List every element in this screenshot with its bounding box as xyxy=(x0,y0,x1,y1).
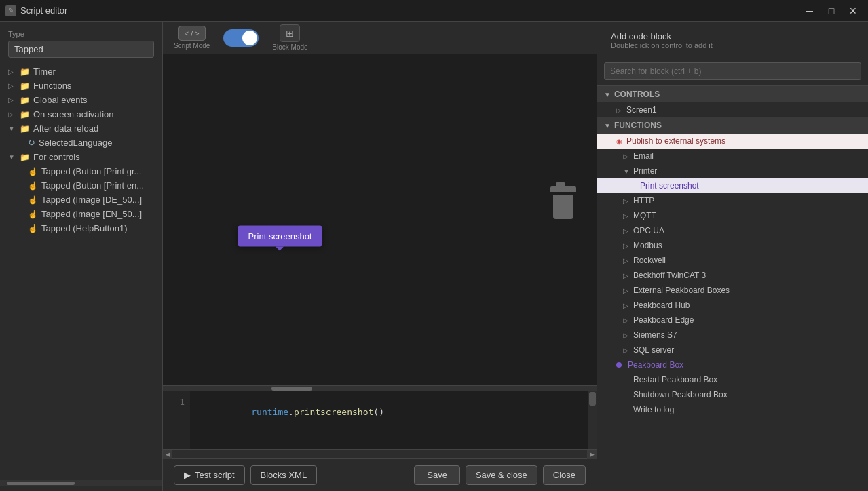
controls-section-header[interactable]: ▼ CONTROLS xyxy=(597,86,868,102)
functions-arrow-icon: ▼ xyxy=(604,122,611,130)
tree-label-global-events: Global events xyxy=(33,95,88,105)
functions-section-header[interactable]: ▼ FUNCTIONS xyxy=(597,117,868,134)
rt-label-opc-ua: OPC UA xyxy=(633,226,664,235)
edge-arrow-icon: ▷ xyxy=(623,317,630,324)
rt-item-modbus[interactable]: ▷ Modbus xyxy=(597,238,868,253)
type-section: Type xyxy=(0,27,162,64)
rt-label-modbus: Modbus xyxy=(633,241,662,250)
hub-arrow-icon: ▷ xyxy=(623,302,630,309)
save-close-button[interactable]: Save & close xyxy=(466,465,537,485)
rt-label-siemens-s7: Siemens S7 xyxy=(633,330,677,340)
main-container: Type ▷ 📁 Timer ▷ 📁 Functions ▷ 📁 Global … xyxy=(0,22,868,491)
rt-item-peakboard-box[interactable]: Peakboard Box xyxy=(597,357,868,372)
title-bar-left: ✎ Script editor xyxy=(5,5,67,16)
tree-item-timer[interactable]: ▷ 📁 Timer xyxy=(0,64,162,79)
tree-item-tapped-btn-print-gr[interactable]: ☝ Tapped (Button [Print gr... xyxy=(0,164,162,178)
rt-item-sql-server[interactable]: ▷ SQL server xyxy=(597,342,868,357)
type-label: Type xyxy=(8,30,154,38)
rt-item-http[interactable]: ▷ HTTP xyxy=(597,193,868,208)
tap-icon-tapped-img-de: ☝ xyxy=(28,195,38,205)
rt-item-external-peakboard-boxes[interactable]: ▷ External Peakboard Boxes xyxy=(597,283,868,298)
rt-label-peakboard-box: Peakboard Box xyxy=(628,360,683,370)
tree-item-after-data-reload[interactable]: ▼ 📁 After data reload xyxy=(0,121,162,136)
tree-item-tapped-img-de[interactable]: ☝ Tapped (Image [DE_50...] xyxy=(0,193,162,207)
script-mode-label: Script Mode xyxy=(174,42,210,50)
script-mode-button[interactable]: < / > Script Mode xyxy=(174,26,210,50)
rt-item-mqtt[interactable]: ▷ MQTT xyxy=(597,208,868,223)
rt-item-siemens-s7[interactable]: ▷ Siemens S7 xyxy=(597,328,868,342)
opc-ua-arrow-icon: ▷ xyxy=(623,227,630,235)
rt-item-restart-peakboard-box[interactable]: Restart Peakboard Box xyxy=(597,372,868,387)
rt-item-publish-external[interactable]: ◉ Publish to external systems xyxy=(597,134,868,149)
center-panel: < / > Script Mode ⊞ Block Mode Print scr… xyxy=(163,22,597,491)
tree-arrow-for-controls: ▼ xyxy=(8,153,16,161)
email-arrow-icon: ▷ xyxy=(623,153,630,160)
rt-label-print-screenshot: Print screenshot xyxy=(640,181,699,191)
add-code-block-title: Add code block xyxy=(611,31,854,41)
block-mode-button[interactable]: ⊞ Block Mode xyxy=(272,24,307,51)
tree-arrow-after-data: ▼ xyxy=(8,125,16,132)
rt-label-write-to-log: Write to log xyxy=(633,405,674,414)
tree-label-selected-language: SelectedLanguage xyxy=(39,138,112,148)
code-nav-left[interactable]: ◀ xyxy=(163,450,172,459)
rt-item-screen1[interactable]: ▷ Screen1 xyxy=(597,102,868,117)
rt-label-publish-external: Publish to external systems xyxy=(626,136,725,146)
left-scroll-thumb xyxy=(7,482,75,485)
rt-label-peakboard-hub: Peakboard Hub xyxy=(633,300,690,310)
rt-item-shutdown-peakboard-box[interactable]: Shutdown Peakboard Box xyxy=(597,387,868,402)
rt-item-print-screenshot[interactable]: Print screenshot xyxy=(597,178,868,193)
tree-item-global-events[interactable]: ▷ 📁 Global events xyxy=(0,93,162,107)
tree-item-tapped-btn-print-en[interactable]: ☝ Tapped (Button [Print en... xyxy=(0,178,162,193)
canvas-scrollbar-horizontal[interactable] xyxy=(163,385,597,391)
bottom-right: Save Save & close Close xyxy=(414,465,586,485)
rt-item-write-to-log[interactable]: Write to log xyxy=(597,402,868,417)
code-scroll-horizontal[interactable]: ◀ ▶ xyxy=(163,449,597,458)
folder-icon-functions: 📁 xyxy=(20,81,30,91)
code-nav-right[interactable]: ▶ xyxy=(587,450,597,459)
tree-arrow-timer: ▷ xyxy=(8,68,16,75)
tree-item-functions[interactable]: ▷ 📁 Functions xyxy=(0,79,162,93)
mode-toggle-container xyxy=(223,29,259,47)
save-button[interactable]: Save xyxy=(414,465,460,485)
rt-label-sql-server: SQL server xyxy=(633,345,674,355)
external-boxes-arrow-icon: ▷ xyxy=(623,287,630,294)
siemens-arrow-icon: ▷ xyxy=(623,332,630,339)
minimize-button[interactable]: ─ xyxy=(800,3,819,18)
test-script-button[interactable]: ▶ Test script xyxy=(174,465,245,485)
rt-item-beckhoff[interactable]: ▷ Beckhoff TwinCAT 3 xyxy=(597,268,868,283)
print-screenshot-tooltip[interactable]: Print screenshot xyxy=(238,226,323,247)
tree-item-tapped-helpbutton[interactable]: ☝ Tapped (HelpButton1) xyxy=(0,221,162,235)
rt-label-rockwell: Rockwell xyxy=(633,256,666,265)
bottom-left: ▶ Test script Blocks XML xyxy=(174,465,317,485)
code-scroll-vertical[interactable] xyxy=(588,391,597,449)
window-close-button[interactable]: ✕ xyxy=(844,3,863,18)
rt-item-rockwell[interactable]: ▷ Rockwell xyxy=(597,253,868,268)
add-code-block-info: Add code block Doubleclick on control to… xyxy=(604,27,861,54)
script-angle-bracket: < xyxy=(185,29,189,37)
blocks-xml-button[interactable]: Blocks XML xyxy=(250,465,318,485)
canvas-area[interactable]: Print screenshot xyxy=(163,54,597,385)
tree-item-on-screen-activation[interactable]: ▷ 📁 On screen activation xyxy=(0,107,162,121)
code-text-area[interactable]: runtime.printscreenshot() xyxy=(190,391,588,449)
tree-item-selected-language[interactable]: ↻ SelectedLanguage xyxy=(0,136,162,150)
folder-icon-after-data: 📁 xyxy=(20,124,30,134)
tree-item-tapped-img-en[interactable]: ☝ Tapped (Image [EN_50...] xyxy=(0,207,162,221)
block-search-input[interactable] xyxy=(604,62,861,80)
app-icon: ✎ xyxy=(5,5,16,16)
close-button[interactable]: Close xyxy=(543,465,586,485)
maximize-button[interactable]: □ xyxy=(822,3,841,18)
rt-item-opc-ua[interactable]: ▷ OPC UA xyxy=(597,223,868,238)
mode-toggle[interactable] xyxy=(223,29,259,47)
rt-item-printer[interactable]: ▼ Printer xyxy=(597,163,868,178)
controls-section-label: CONTROLS xyxy=(614,90,660,99)
tree-arrow-functions: ▷ xyxy=(8,82,16,90)
tree-item-for-controls[interactable]: ▼ 📁 For controls xyxy=(0,150,162,164)
rt-item-peakboard-edge[interactable]: ▷ Peakboard Edge xyxy=(597,313,868,328)
left-scrollbar-horizontal[interactable] xyxy=(0,480,162,486)
code-scroll-bar[interactable] xyxy=(172,452,587,457)
save-label: Save xyxy=(427,470,447,480)
type-input[interactable] xyxy=(8,41,154,58)
rt-item-email[interactable]: ▷ Email xyxy=(597,149,868,163)
peakboard-box-dot xyxy=(616,362,622,368)
rt-item-peakboard-hub[interactable]: ▷ Peakboard Hub xyxy=(597,298,868,313)
